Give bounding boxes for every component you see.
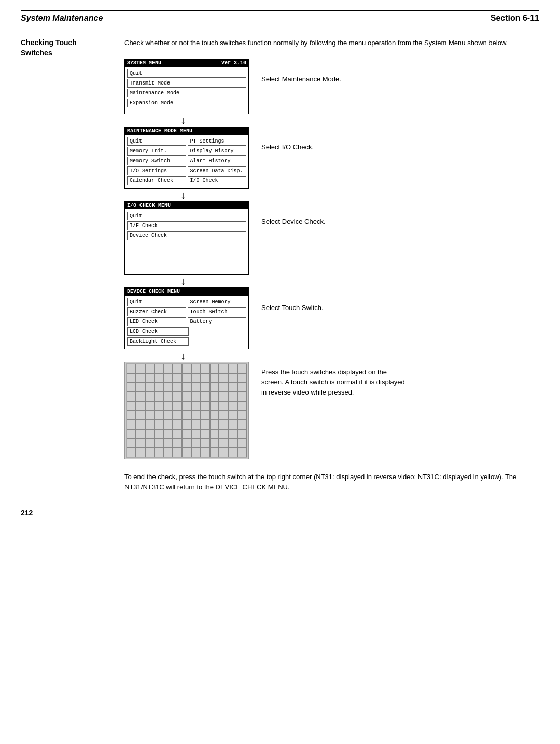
dev-quit-btn[interactable]: Quit	[127, 298, 186, 306]
grid-cell[interactable]	[219, 429, 228, 439]
grid-cell[interactable]	[228, 411, 237, 420]
grid-cell[interactable]	[219, 392, 228, 401]
maint-screen-data-btn[interactable]: Screen Data Disp.	[188, 166, 247, 175]
grid-cell[interactable]	[136, 364, 145, 373]
grid-cell[interactable]	[127, 420, 136, 429]
grid-cell[interactable]	[173, 373, 182, 383]
grid-cell[interactable]	[191, 411, 201, 420]
grid-cell[interactable]	[173, 411, 182, 420]
grid-cell[interactable]	[163, 364, 173, 373]
maint-display-history-btn[interactable]: Display Hisory	[188, 147, 247, 156]
grid-cell[interactable]	[145, 401, 155, 411]
grid-cell[interactable]	[127, 401, 136, 411]
grid-cell[interactable]	[155, 448, 164, 457]
grid-cell[interactable]	[219, 364, 228, 373]
grid-cell[interactable]	[173, 392, 182, 401]
grid-cell[interactable]	[201, 373, 210, 383]
grid-cell[interactable]	[219, 420, 228, 429]
maint-memory-init-btn[interactable]: Memory Init.	[127, 147, 186, 156]
grid-cell[interactable]	[145, 392, 155, 401]
grid-cell[interactable]	[145, 439, 155, 448]
grid-cell[interactable]	[173, 448, 182, 457]
grid-cell[interactable]	[219, 448, 228, 457]
grid-cell[interactable]	[237, 420, 247, 429]
maint-pt-settings-btn[interactable]: PT Settings	[188, 137, 247, 146]
grid-cell[interactable]	[155, 439, 164, 448]
grid-cell[interactable]	[155, 420, 164, 429]
grid-cell[interactable]	[191, 401, 201, 411]
grid-cell[interactable]	[210, 383, 219, 392]
grid-cell[interactable]	[228, 448, 237, 457]
grid-cell[interactable]	[163, 373, 173, 383]
touch-grid[interactable]	[126, 363, 247, 458]
grid-cell[interactable]	[201, 448, 210, 457]
grid-cell[interactable]	[237, 383, 247, 392]
maint-io-check-btn[interactable]: I/O Check	[188, 176, 247, 185]
grid-cell[interactable]	[155, 411, 164, 420]
grid-cell[interactable]	[182, 439, 191, 448]
dev-led-check-btn[interactable]: LED Check	[127, 317, 186, 326]
grid-cell[interactable]	[210, 411, 219, 420]
grid-cell[interactable]	[210, 429, 219, 439]
grid-cell[interactable]	[201, 392, 210, 401]
maint-memory-switch-btn[interactable]: Memory Switch	[127, 157, 186, 165]
grid-cell[interactable]	[210, 364, 219, 373]
grid-cell[interactable]	[219, 401, 228, 411]
grid-cell[interactable]	[237, 364, 247, 373]
grid-cell[interactable]	[191, 429, 201, 439]
grid-cell[interactable]	[182, 383, 191, 392]
grid-cell[interactable]	[210, 392, 219, 401]
grid-cell[interactable]	[163, 448, 173, 457]
grid-cell[interactable]	[228, 383, 237, 392]
grid-cell[interactable]	[173, 364, 182, 373]
grid-cell[interactable]	[237, 411, 247, 420]
dev-battery-btn[interactable]: Battery	[188, 317, 247, 326]
grid-cell[interactable]	[145, 448, 155, 457]
grid-cell[interactable]	[228, 401, 237, 411]
grid-cell[interactable]	[182, 429, 191, 439]
io-quit-btn[interactable]: Quit	[127, 212, 246, 220]
grid-cell[interactable]	[145, 364, 155, 373]
grid-cell[interactable]	[237, 401, 247, 411]
grid-cell[interactable]	[145, 429, 155, 439]
grid-cell[interactable]	[201, 420, 210, 429]
dev-lcd-check-btn[interactable]: LCD Check	[127, 327, 189, 336]
grid-cell[interactable]	[163, 383, 173, 392]
grid-cell[interactable]	[237, 392, 247, 401]
dev-backlight-check-btn[interactable]: Backlight Check	[127, 337, 189, 346]
grid-cell[interactable]	[201, 429, 210, 439]
grid-cell[interactable]	[173, 439, 182, 448]
maint-quit-btn[interactable]: Quit	[127, 137, 186, 146]
grid-cell[interactable]	[155, 383, 164, 392]
grid-cell[interactable]	[127, 429, 136, 439]
grid-cell[interactable]	[145, 411, 155, 420]
grid-cell[interactable]	[127, 439, 136, 448]
grid-cell[interactable]	[136, 448, 145, 457]
grid-cell[interactable]	[210, 373, 219, 383]
grid-cell[interactable]	[228, 392, 237, 401]
grid-cell[interactable]	[182, 420, 191, 429]
grid-cell[interactable]	[182, 373, 191, 383]
grid-cell[interactable]	[237, 429, 247, 439]
grid-cell[interactable]	[145, 420, 155, 429]
grid-cell[interactable]	[210, 401, 219, 411]
grid-cell[interactable]	[173, 429, 182, 439]
grid-cell[interactable]	[228, 439, 237, 448]
grid-cell[interactable]	[191, 383, 201, 392]
grid-cell[interactable]	[219, 383, 228, 392]
grid-cell[interactable]	[182, 411, 191, 420]
grid-cell[interactable]	[136, 420, 145, 429]
maint-io-settings-btn[interactable]: I/O Settings	[127, 166, 186, 175]
grid-cell[interactable]	[228, 373, 237, 383]
grid-cell[interactable]	[201, 364, 210, 373]
grid-cell[interactable]	[191, 373, 201, 383]
grid-cell[interactable]	[136, 392, 145, 401]
grid-cell[interactable]	[191, 448, 201, 457]
grid-cell[interactable]	[182, 401, 191, 411]
grid-cell[interactable]	[136, 373, 145, 383]
grid-cell[interactable]	[237, 439, 247, 448]
grid-cell[interactable]	[163, 392, 173, 401]
io-if-check-btn[interactable]: I/F Check	[127, 221, 246, 230]
grid-cell[interactable]	[163, 429, 173, 439]
sys-expansion-btn[interactable]: Expansion Mode	[127, 99, 246, 107]
